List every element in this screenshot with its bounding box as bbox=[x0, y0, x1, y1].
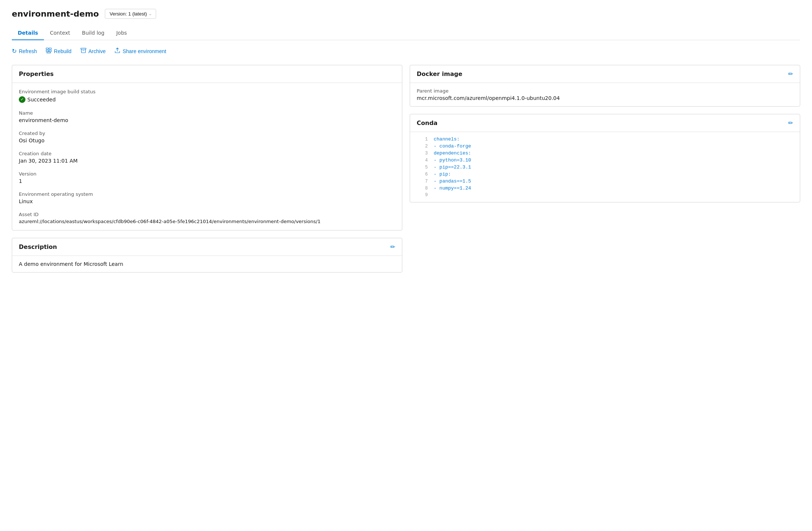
build-status-badge: ✓ Succeeded bbox=[19, 96, 56, 103]
tab-jobs[interactable]: Jobs bbox=[110, 26, 133, 40]
right-column: Docker image ✏️ Parent image mcr.microso… bbox=[410, 65, 800, 273]
version-dropdown[interactable]: Version: 1 (latest) ⌵ bbox=[105, 9, 156, 19]
build-status-row: Environment image build status ✓ Succeed… bbox=[19, 89, 395, 103]
creation-date-value: Jan 30, 2023 11:01 AM bbox=[19, 158, 395, 164]
conda-title: Conda bbox=[417, 119, 437, 126]
asset-id-value: azureml://locations/eastus/workspaces/cf… bbox=[19, 219, 395, 224]
line-number: 4 bbox=[417, 158, 428, 163]
line-content: - pip: bbox=[434, 171, 451, 177]
archive-button[interactable]: Archive bbox=[80, 48, 106, 55]
code-line: 6 - pip: bbox=[410, 171, 800, 178]
page-title: environment-demo bbox=[12, 9, 99, 18]
tab-context[interactable]: Context bbox=[44, 26, 76, 40]
share-button[interactable]: Share environment bbox=[114, 48, 166, 55]
parent-image-value: mcr.microsoft.com/azureml/openmpi4.1.0-u… bbox=[417, 95, 793, 101]
created-by-value: Osi Otugo bbox=[19, 138, 395, 143]
svg-rect-0 bbox=[46, 48, 48, 49]
parent-image-label: Parent image bbox=[417, 88, 793, 94]
properties-card-header: Properties bbox=[12, 65, 402, 83]
toolbar: ↻ Refresh Rebuild Archive bbox=[12, 48, 800, 55]
creation-date-label: Creation date bbox=[19, 151, 395, 156]
code-line: 2 - conda-forge bbox=[410, 143, 800, 150]
os-row: Environment operating system Linux bbox=[19, 191, 395, 204]
asset-id-row: Asset ID azureml://locations/eastus/work… bbox=[19, 212, 395, 224]
code-line: 5 - pip==22.3.1 bbox=[410, 164, 800, 171]
version-prop-value: 1 bbox=[19, 178, 395, 184]
name-value: environment-demo bbox=[19, 117, 395, 123]
properties-card: Properties Environment image build statu… bbox=[12, 65, 402, 230]
tab-details[interactable]: Details bbox=[12, 26, 44, 40]
code-line: 8 - numpy==1.24 bbox=[410, 185, 800, 192]
asset-id-label: Asset ID bbox=[19, 212, 395, 217]
description-value: A demo environment for Microsoft Learn bbox=[19, 261, 123, 267]
line-content: - numpy==1.24 bbox=[434, 185, 471, 191]
line-content: - python=3.10 bbox=[434, 157, 471, 163]
docker-image-card: Docker image ✏️ Parent image mcr.microso… bbox=[410, 65, 800, 107]
created-by-label: Created by bbox=[19, 131, 395, 136]
build-status-value: Succeeded bbox=[27, 97, 56, 103]
line-number: 7 bbox=[417, 179, 428, 184]
svg-rect-1 bbox=[49, 48, 51, 49]
svg-rect-4 bbox=[47, 52, 51, 53]
archive-icon bbox=[80, 48, 86, 55]
code-line: 1channels: bbox=[410, 136, 800, 143]
created-by-row: Created by Osi Otugo bbox=[19, 131, 395, 143]
chevron-down-icon: ⌵ bbox=[149, 12, 151, 16]
line-number: 2 bbox=[417, 144, 428, 149]
description-title: Description bbox=[19, 243, 57, 250]
line-content: dependencies: bbox=[434, 150, 471, 156]
name-row: Name environment-demo bbox=[19, 110, 395, 123]
name-label: Name bbox=[19, 110, 395, 116]
conda-code-block: 1channels:2 - conda-forge3dependencies:4… bbox=[410, 132, 800, 202]
docker-image-body: Parent image mcr.microsoft.com/azureml/o… bbox=[410, 83, 800, 106]
version-prop-label: Version bbox=[19, 171, 395, 177]
share-icon bbox=[114, 48, 120, 55]
line-number: 1 bbox=[417, 137, 428, 142]
description-card-header: Description ✏️ bbox=[12, 238, 402, 256]
docker-image-header: Docker image ✏️ bbox=[410, 65, 800, 83]
build-status-label: Environment image build status bbox=[19, 89, 395, 94]
line-content: - conda-forge bbox=[434, 143, 471, 149]
conda-card: Conda ✏️ 1channels:2 - conda-forge3depen… bbox=[410, 114, 800, 202]
refresh-button[interactable]: ↻ Refresh bbox=[12, 48, 37, 54]
properties-title: Properties bbox=[19, 70, 54, 77]
line-number: 3 bbox=[417, 151, 428, 156]
rebuild-icon bbox=[46, 48, 52, 55]
svg-rect-2 bbox=[46, 50, 48, 52]
os-value: Linux bbox=[19, 198, 395, 204]
line-content: channels: bbox=[434, 136, 460, 142]
svg-rect-3 bbox=[49, 50, 51, 52]
line-number: 6 bbox=[417, 172, 428, 177]
code-line: 3dependencies: bbox=[410, 150, 800, 157]
conda-card-header: Conda ✏️ bbox=[410, 114, 800, 132]
description-body: A demo environment for Microsoft Learn bbox=[12, 256, 402, 272]
rebuild-button[interactable]: Rebuild bbox=[46, 48, 71, 55]
code-line: 9 bbox=[410, 192, 800, 198]
tabs-nav: Details Context Build log Jobs bbox=[12, 26, 800, 40]
line-number: 8 bbox=[417, 186, 428, 191]
line-number: 5 bbox=[417, 165, 428, 170]
docker-image-title: Docker image bbox=[417, 70, 462, 77]
os-label: Environment operating system bbox=[19, 191, 395, 197]
description-edit-icon[interactable]: ✏️ bbox=[390, 243, 395, 250]
left-column: Properties Environment image build statu… bbox=[12, 65, 402, 273]
conda-edit-icon[interactable]: ✏️ bbox=[788, 119, 793, 126]
creation-date-row: Creation date Jan 30, 2023 11:01 AM bbox=[19, 151, 395, 164]
line-content: - pip==22.3.1 bbox=[434, 164, 471, 170]
svg-rect-5 bbox=[81, 48, 86, 49]
line-number: 9 bbox=[417, 192, 428, 198]
description-card: Description ✏️ A demo environment for Mi… bbox=[12, 238, 402, 273]
main-content: Properties Environment image build statu… bbox=[12, 65, 800, 273]
refresh-icon: ↻ bbox=[12, 48, 17, 54]
code-line: 7 - pandas==1.5 bbox=[410, 178, 800, 185]
docker-edit-icon[interactable]: ✏️ bbox=[788, 70, 793, 77]
page-header: environment-demo Version: 1 (latest) ⌵ bbox=[12, 9, 800, 19]
code-line: 4 - python=3.10 bbox=[410, 157, 800, 164]
success-icon: ✓ bbox=[19, 96, 25, 103]
line-content: - pandas==1.5 bbox=[434, 178, 471, 184]
version-row: Version 1 bbox=[19, 171, 395, 184]
version-label: Version: 1 (latest) bbox=[110, 11, 147, 17]
tab-build-log[interactable]: Build log bbox=[76, 26, 110, 40]
properties-card-body: Environment image build status ✓ Succeed… bbox=[12, 83, 402, 230]
